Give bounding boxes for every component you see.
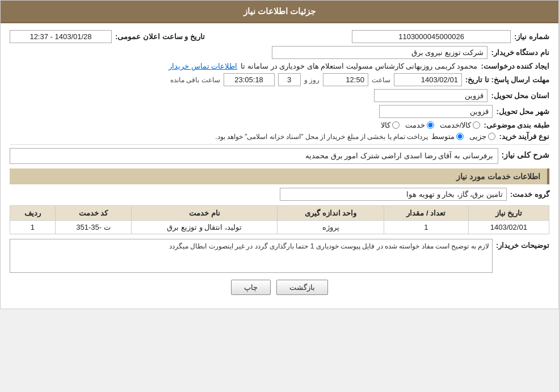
day-value: 3	[278, 73, 301, 86]
mohlatErsalPasox-label: مهلت ارسال پاسخ: تا تاریخ:	[465, 75, 549, 84]
radio-kalaKhedmat-label: کالا/خدمت	[440, 121, 472, 129]
radio-kalaKhedmat: کالا/خدمت	[440, 121, 481, 129]
tabaqe-label: طبقه بندی موضوعی:	[484, 121, 549, 129]
row-groheKhedmat: گروه خدمت: تامین برق، گاز، بخار و تهویه …	[10, 188, 549, 201]
page-header: جزئیات اطلاعات نیاز	[1, 1, 558, 23]
toseif-label: توضیحات خریدار:	[496, 239, 549, 250]
row-ostan: استان محل تحویل: قزوین	[10, 89, 549, 102]
day-label: روز و	[304, 76, 320, 84]
th-tarikh: تاریخ نیاز	[468, 206, 549, 221]
row-mohlatErsalPasox: مهلت ارسال پاسخ: تا تاریخ: 1403/02/01 سا…	[10, 73, 549, 86]
groheKhedmat-label: گروه خدمت:	[510, 190, 549, 199]
page-title: جزئیات اطلاعات نیاز	[243, 6, 316, 16]
table-cell-1: 1	[384, 221, 468, 234]
groheKhedmat-value: تامین برق، گاز، بخار و تهویه هوا	[280, 188, 507, 201]
th-namKhedmat: نام خدمت	[132, 206, 278, 221]
radio-motavaset-label: متوسط	[431, 132, 455, 141]
services-table: تاریخ نیاز تعداد / مقدار واحد اندازه گیر…	[10, 205, 549, 234]
radio-kalaKhedmat-input[interactable]	[473, 121, 480, 129]
sharhKoli-label: شرح کلی نیاز:	[502, 148, 549, 159]
sharhKoli-value: برفرسانی به آقای رضا اسدی اراضی شترک امو…	[10, 148, 498, 164]
ijadKonande-value: محمود کریمی روزبهانی کارشناس مسولیت استع…	[241, 62, 477, 70]
th-tedad: تعداد / مقدار	[384, 206, 468, 221]
row-ijadKonande: ایجاد کننده درخواست: محمود کریمی روزبهان…	[10, 62, 549, 70]
remaining-value: 23:05:18	[224, 73, 275, 86]
radio-kala: کالا	[381, 121, 400, 129]
shomareNiaz-label: شماره نیاز:	[514, 32, 549, 41]
table-row: 1403/02/011پروژهتولید، انتقال و توزیع بر…	[10, 221, 549, 234]
table-cell-5: 1	[10, 221, 56, 234]
radio-khedmat: خدمت	[405, 121, 434, 129]
radio-jozii: جزیی	[469, 132, 495, 141]
radio-jozii-label: جزیی	[469, 132, 486, 141]
section-services-header: اطلاعات خدمات مورد نیاز	[10, 168, 549, 184]
tarikh-ilan-label: تاریخ و ساعت اعلان عمومی:	[115, 32, 205, 41]
toseif-textarea[interactable]	[10, 239, 493, 273]
back-button[interactable]: بازگشت	[276, 280, 328, 295]
page-wrapper: جزئیات اطلاعات نیاز شماره نیاز: 11030000…	[0, 0, 559, 309]
ijadKonande-label: ایجاد کننده درخواست:	[481, 62, 549, 70]
noFarayand-label: نوع فرآیند خرید:	[499, 132, 549, 141]
ettelaatTamas-link[interactable]: اطلاعات تماس خریدار	[169, 62, 237, 70]
table-cell-2: پروژه	[278, 221, 384, 234]
row-noFarayand: نوع فرآیند خرید: جزیی متوسط پرداخت تمام …	[10, 132, 549, 141]
radio-jozii-input[interactable]	[488, 133, 495, 140]
button-group: بازگشت چاپ	[10, 280, 549, 295]
th-radif: ردیف	[10, 206, 56, 221]
mohlatErsalPasox-date: 1403/02/01	[394, 73, 462, 86]
content-area: شماره نیاز: 1103000045000026 تاریخ و ساع…	[1, 23, 558, 309]
row-shomara-tarikh: شماره نیاز: 1103000045000026 تاریخ و ساع…	[10, 30, 549, 43]
table-header-row: تاریخ نیاز تعداد / مقدار واحد اندازه گیر…	[10, 206, 549, 221]
tabaqe-radio-group: کالا/خدمت خدمت کالا	[381, 121, 481, 129]
th-kodKhedmat: کد خدمت	[55, 206, 131, 221]
table-cell-4: ت -35-351	[55, 221, 131, 234]
radio-khedmat-label: خدمت	[405, 121, 425, 129]
namDastgah-label: نام دستگاه خریدار:	[491, 48, 549, 57]
th-vahed: واحد اندازه گیری	[278, 206, 384, 221]
row-sharhKoli: شرح کلی نیاز: برفرسانی به آقای رضا اسدی …	[10, 148, 549, 164]
row-tabaqe: طبقه بندی موضوعی: کالا/خدمت خدمت کالا	[10, 121, 549, 129]
mohlatErsalPasox-time: 12:50	[323, 73, 368, 86]
remaining-label: ساعت باقی مانده	[170, 76, 220, 84]
radio-khedmat-input[interactable]	[427, 121, 434, 129]
tarikh-ilan-value: 1403/01/28 - 12:37	[10, 30, 112, 43]
row-namDastgah: نام دستگاه خریدار: شرکت توزیع نیروی برق	[10, 46, 549, 59]
divider-1	[10, 144, 549, 145]
ostan-label: استان محل تحویل:	[491, 91, 549, 100]
radio-motavaset-input[interactable]	[456, 133, 464, 140]
shahr-value: قزوین	[379, 105, 493, 118]
table-cell-0: 1403/02/01	[468, 221, 549, 234]
print-button[interactable]: چاپ	[231, 280, 271, 295]
table-cell-3: تولید، انتقال و توزیع برق	[132, 221, 278, 234]
radio-kala-input[interactable]	[392, 121, 400, 129]
radio-motavaset: متوسط	[431, 132, 464, 141]
shomareNiaz-value: 1103000045000026	[352, 30, 511, 43]
radio-kala-label: کالا	[381, 121, 390, 129]
noFarayand-desc: پرداخت تمام یا بخشی از مبلغ خریدار از مح…	[215, 133, 428, 141]
time-label: ساعت	[372, 76, 390, 84]
ostan-value: قزوین	[374, 89, 487, 102]
shahr-label: شهر محل تحویل:	[496, 107, 549, 116]
row-toseif: توضیحات خریدار:	[10, 239, 549, 273]
namDastgah-value: شرکت توزیع نیروی برق	[272, 46, 487, 59]
row-shahr: شهر محل تحویل: قزوین	[10, 105, 549, 118]
noFarayand-radio-group: جزیی متوسط	[431, 132, 495, 141]
